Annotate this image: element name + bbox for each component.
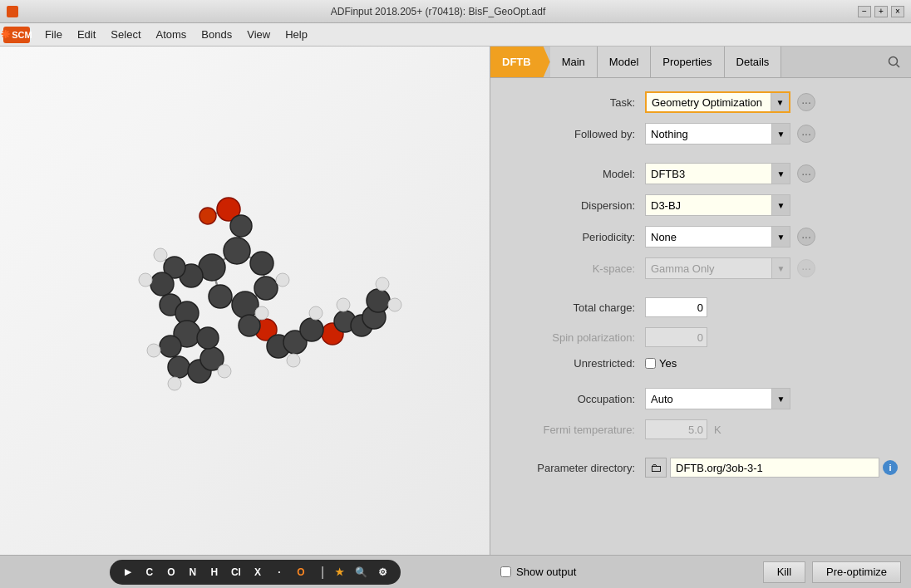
tab-details[interactable]: Details <box>725 47 782 77</box>
menu-view[interactable]: View <box>240 26 277 43</box>
task-more-button[interactable]: ··· <box>797 93 815 111</box>
periodicity-row: Periodicity: None ▼ ··· <box>504 226 898 247</box>
dispersion-control-wrap: D3-BJ ▼ <box>645 194 898 216</box>
settings-button[interactable]: ⚙ <box>376 566 389 578</box>
maximize-button[interactable]: + <box>874 6 888 17</box>
task-label: Task: <box>504 96 645 109</box>
svg-point-56 <box>168 356 190 378</box>
model-dropdown-arrow[interactable]: ▼ <box>771 164 790 184</box>
atom-toolbar: ▶ C O N H Cl X · O | ★ 🔍 ⚙ <box>110 560 401 585</box>
fermi-temp-wrap: K <box>645 419 898 439</box>
molecule-viewer <box>0 47 490 555</box>
task-dropdown[interactable]: Geometry Optimization ▼ <box>645 91 790 113</box>
occupation-label: Occupation: <box>504 393 645 405</box>
atom-dot-button[interactable]: · <box>273 566 286 578</box>
fermi-temp-input <box>645 419 707 439</box>
followed-by-dropdown[interactable]: Nothing ▼ <box>645 123 790 145</box>
model-value: DFTB3 <box>646 168 771 180</box>
show-output-checkbox[interactable] <box>500 566 511 577</box>
search-button[interactable] <box>878 47 911 77</box>
periodicity-dropdown[interactable]: None ▼ <box>645 226 790 247</box>
bottom-toolbar: ▶ C O N H Cl X · O | ★ 🔍 ⚙ Show output K… <box>0 555 911 588</box>
svg-point-76 <box>287 354 300 367</box>
tab-model[interactable]: Model <box>598 47 651 77</box>
periodicity-label: Periodicity: <box>504 231 645 243</box>
param-folder-button[interactable]: 🗀 <box>645 458 667 478</box>
menu-select[interactable]: Select <box>104 26 147 43</box>
atom-x-button[interactable]: X <box>251 566 264 578</box>
unrestricted-checkbox[interactable] <box>645 358 656 369</box>
magnify-button[interactable]: 🔍 <box>354 566 367 578</box>
dispersion-dropdown-arrow[interactable]: ▼ <box>771 195 790 215</box>
menu-atoms[interactable]: Atoms <box>150 26 194 43</box>
menu-bar: ❋ SCM File Edit Select Atoms Bonds View … <box>0 23 911 47</box>
atom-cl-button[interactable]: Cl <box>229 566 243 578</box>
svg-point-48 <box>209 285 232 308</box>
total-charge-input[interactable] <box>645 297 707 317</box>
bottom-right-toolbar: Show output Kill Pre-optimize <box>500 561 901 583</box>
atom-c-button[interactable]: C <box>143 566 156 578</box>
atom-o-button[interactable]: O <box>165 566 178 578</box>
periodicity-more-button[interactable]: ··· <box>797 228 815 246</box>
menu-file[interactable]: File <box>38 26 69 43</box>
param-dir-info-button[interactable]: i <box>883 460 898 475</box>
unrestricted-row: Unrestricted: Yes <box>504 357 898 370</box>
unrestricted-wrap: Yes <box>645 357 898 370</box>
fermi-temp-unit: K <box>714 424 721 436</box>
svg-point-55 <box>160 336 181 357</box>
menu-edit[interactable]: Edit <box>71 26 102 43</box>
svg-point-71 <box>147 344 160 357</box>
atom-n-button[interactable]: N <box>186 566 199 578</box>
followed-by-dropdown-arrow[interactable]: ▼ <box>771 124 790 144</box>
spin-polarization-input <box>645 327 707 347</box>
svg-point-44 <box>224 238 250 264</box>
param-dir-wrap: 🗀 i <box>645 458 898 478</box>
bottom-left-toolbar: ▶ C O N H Cl X · O | ★ 🔍 ⚙ <box>10 560 500 585</box>
kill-button[interactable]: Kill <box>763 561 805 583</box>
model-more-button[interactable]: ··· <box>797 164 815 183</box>
title-bar-left <box>7 6 18 17</box>
tab-dftb[interactable]: DFTB <box>490 47 550 77</box>
model-dropdown[interactable]: DFTB3 ▼ <box>645 163 790 184</box>
svg-point-45 <box>250 252 273 275</box>
tab-main[interactable]: Main <box>550 47 598 77</box>
pre-optimize-button[interactable]: Pre-optimize <box>812 561 901 583</box>
periodicity-control-wrap: None ▼ ··· <box>645 226 898 247</box>
play-button[interactable]: ▶ <box>121 567 135 576</box>
param-dir-input[interactable] <box>670 458 879 478</box>
followed-by-more-button[interactable]: ··· <box>797 125 815 143</box>
minimize-button[interactable]: − <box>858 6 871 17</box>
tab-properties[interactable]: Properties <box>651 47 724 77</box>
tab-bar: DFTB Main Model Properties Details <box>490 47 911 78</box>
model-label: Model: <box>504 168 645 180</box>
right-panel: DFTB Main Model Properties Details <box>490 47 911 555</box>
dispersion-row: Dispersion: D3-BJ ▼ <box>504 194 898 216</box>
task-dropdown-arrow[interactable]: ▼ <box>771 93 789 111</box>
svg-point-63 <box>300 318 323 341</box>
svg-point-75 <box>255 306 268 320</box>
task-row: Task: Geometry Optimization ▼ ··· <box>504 91 898 113</box>
menu-bonds[interactable]: Bonds <box>195 26 239 43</box>
periodicity-dropdown-arrow[interactable]: ▼ <box>771 227 790 247</box>
task-value: Geometry Optimization <box>647 96 771 109</box>
close-button[interactable]: × <box>891 6 904 17</box>
occupation-dropdown[interactable]: Auto ▼ <box>645 388 790 409</box>
dispersion-dropdown[interactable]: D3-BJ ▼ <box>645 194 790 216</box>
kspace-value: Gamma Only <box>646 262 771 275</box>
atom-h-button[interactable]: H <box>208 566 221 578</box>
show-output-wrap: Show output <box>500 566 576 578</box>
total-charge-wrap <box>645 297 898 317</box>
model-control-wrap: DFTB3 ▼ ··· <box>645 163 898 184</box>
dispersion-label: Dispersion: <box>504 199 645 212</box>
form-area: Task: Geometry Optimization ▼ ··· Follow… <box>490 78 911 555</box>
task-control-wrap: Geometry Optimization ▼ ··· <box>645 91 898 113</box>
svg-point-47 <box>232 292 259 318</box>
menu-help[interactable]: Help <box>278 26 314 43</box>
model-row: Model: DFTB3 ▼ ··· <box>504 163 898 184</box>
svg-point-79 <box>388 298 401 311</box>
occupation-control-wrap: Auto ▼ <box>645 388 898 409</box>
title-bar: ADFinput 2018.205+ (r70418): BisF_GeoOpt… <box>0 0 911 23</box>
star-button[interactable]: ★ <box>332 566 346 578</box>
occupation-dropdown-arrow[interactable]: ▼ <box>771 389 790 409</box>
atom-special-button[interactable]: O <box>294 566 308 578</box>
